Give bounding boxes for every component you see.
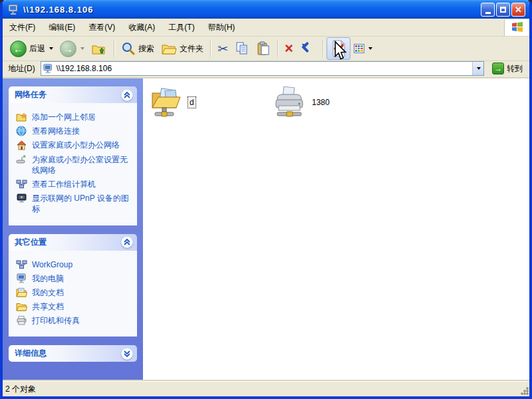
menu-view[interactable]: 查看(V)	[82, 19, 122, 36]
folders-icon	[161, 41, 177, 56]
sidebar-item-show-upnp-icons[interactable]: 显示联网的 UPnP 设备的图标	[16, 193, 134, 214]
collapse-button[interactable]	[121, 236, 133, 248]
search-label: 搜索	[138, 43, 154, 55]
maximize-button[interactable]	[496, 3, 510, 17]
panel-header-details[interactable]: 详细信息	[9, 345, 137, 362]
window-title: \\192.168.8.106	[23, 5, 481, 15]
forward-dropdown-icon	[80, 47, 84, 50]
folders-label: 文件夹	[180, 43, 203, 55]
sidebar-item-setup-home-network[interactable]: 设置家庭或小型办公网络	[16, 140, 134, 150]
resize-grip[interactable]	[520, 386, 529, 395]
workgroup-computers-icon	[16, 179, 27, 190]
workgroup-icon	[16, 259, 27, 270]
expand-button[interactable]	[121, 348, 133, 360]
sidebar-item-setup-wireless-network[interactable]: 为家庭或小型办公室设置无线网络	[16, 154, 134, 176]
list-item-printer-1380[interactable]: 1380	[272, 85, 389, 120]
sidebar-item-add-network-place[interactable]: 添加一个网上邻居	[16, 112, 134, 122]
views-icon	[354, 44, 364, 53]
sidebar-item-my-documents[interactable]: 我的文档	[16, 287, 134, 298]
back-label: 后退	[29, 43, 45, 55]
sidebar-item-my-computer[interactable]: 我的电脑	[16, 273, 134, 284]
address-bar: 地址(D) \\192.168.8.106 → 转到	[3, 61, 529, 78]
network-printer-icon	[272, 85, 307, 120]
printers-faxes-icon	[16, 315, 27, 326]
panel-header-other-places[interactable]: 其它位置	[9, 234, 137, 251]
back-dropdown-icon	[49, 47, 53, 50]
network-connections-icon	[16, 126, 27, 136]
task-pane-sidebar: 网络任务 添加一个网上邻居	[3, 78, 143, 381]
status-text: 2 个对象	[5, 384, 36, 395]
chevron-double-up-icon	[124, 239, 130, 245]
shared-documents-icon	[16, 301, 27, 312]
sidebar-item-label: 打印机和传真	[32, 315, 80, 326]
undo-button[interactable]	[297, 39, 319, 58]
sidebar-item-label: 设置家庭或小型办公网络	[32, 140, 120, 150]
collapse-button[interactable]	[121, 89, 133, 101]
copy-icon	[235, 41, 249, 56]
panel-title: 网络任务	[15, 89, 47, 100]
windows-logo-icon	[504, 19, 529, 36]
sidebar-item-label: 显示联网的 UPnP 设备的图标	[32, 193, 134, 214]
folders-button[interactable]: 文件夹	[158, 39, 207, 58]
go-button[interactable]: → 转到	[488, 61, 527, 76]
paste-icon	[256, 41, 271, 56]
views-button[interactable]	[350, 42, 376, 55]
toolbar-separator	[210, 40, 211, 57]
go-arrow-icon: →	[492, 63, 504, 74]
chevron-double-up-icon	[124, 92, 130, 98]
item-label[interactable]: 1380	[311, 97, 331, 108]
address-dropdown-button[interactable]	[472, 62, 483, 75]
panel-details: 详细信息	[9, 345, 137, 362]
address-input[interactable]: \\192.168.8.106	[41, 61, 484, 76]
up-button[interactable]	[88, 39, 110, 59]
sidebar-item-printers-faxes[interactable]: 打印机和传真	[16, 315, 134, 326]
undo-icon	[300, 41, 316, 56]
title-bar[interactable]: \\192.168.8.106 ✕	[3, 0, 529, 19]
copy-button[interactable]	[231, 39, 253, 58]
paste-button[interactable]	[253, 39, 274, 58]
close-button[interactable]: ✕	[511, 3, 525, 17]
add-network-place-icon	[16, 112, 27, 122]
panel-network-tasks: 网络任务 添加一个网上邻居	[9, 86, 137, 225]
panel-other-places: 其它位置 WorkG	[9, 234, 137, 337]
address-value: \\192.168.8.106	[57, 64, 472, 73]
sidebar-item-view-network-connections[interactable]: 查看网络连接	[16, 126, 134, 136]
upnp-device-icon	[16, 193, 27, 203]
home-network-icon	[16, 140, 27, 150]
chevron-double-down-icon	[124, 350, 130, 357]
chevron-down-icon	[477, 67, 481, 70]
delete-button[interactable]: ×	[281, 39, 297, 58]
maximize-icon	[500, 7, 506, 13]
sidebar-item-label: 查看网络连接	[32, 126, 80, 136]
document-check-icon	[331, 40, 346, 57]
file-list-area[interactable]: d 1380	[143, 78, 529, 381]
sidebar-item-workgroup[interactable]: WorkGroup	[16, 259, 134, 270]
panel-header-network-tasks[interactable]: 网络任务	[9, 86, 137, 103]
list-item-shared-folder[interactable]: d	[150, 85, 267, 120]
my-computer-icon	[16, 273, 27, 284]
search-button[interactable]: 搜索	[118, 39, 158, 58]
forward-button[interactable]: →	[57, 39, 88, 59]
panel-title: 其它位置	[15, 237, 47, 248]
sidebar-item-label: 添加一个网上邻居	[32, 112, 96, 122]
delete-icon: ×	[285, 41, 293, 56]
back-button[interactable]: ← 后退	[7, 39, 57, 59]
menu-file[interactable]: 文件(F)	[3, 19, 42, 36]
menu-tools[interactable]: 工具(T)	[162, 19, 201, 36]
my-documents-icon	[16, 287, 27, 298]
cut-button[interactable]: ✂	[214, 39, 231, 59]
menu-edit[interactable]: 编辑(E)	[42, 19, 82, 36]
item-label[interactable]: d	[188, 97, 196, 108]
sidebar-item-label: 查看工作组计算机	[32, 179, 96, 190]
menu-help[interactable]: 帮助(H)	[201, 19, 242, 36]
toolbar-separator	[277, 40, 278, 57]
panel-title: 详细信息	[15, 348, 47, 359]
sidebar-item-view-workgroup-computers[interactable]: 查看工作组计算机	[16, 179, 134, 190]
toolbar-separator	[323, 40, 323, 57]
sidebar-item-shared-documents[interactable]: 共享文档	[16, 301, 134, 312]
document-check-button[interactable]	[327, 37, 350, 60]
explorer-window: \\192.168.8.106 ✕ 文件(F) 编辑(E) 查看(V) 收藏(A…	[0, 0, 532, 399]
minimize-button[interactable]	[481, 3, 495, 17]
sidebar-item-label: 共享文档	[32, 301, 64, 312]
menu-favorites[interactable]: 收藏(A)	[122, 19, 162, 36]
